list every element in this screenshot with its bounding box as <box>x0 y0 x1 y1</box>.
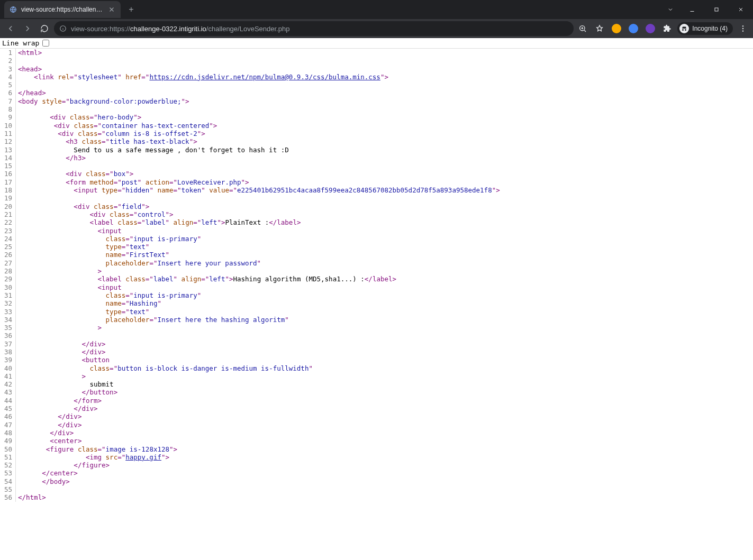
line-number: 3 <box>0 65 16 73</box>
bookmark-icon[interactable] <box>593 22 606 35</box>
maximize-button[interactable] <box>704 0 729 19</box>
line-code[interactable]: </body> <box>16 478 753 485</box>
back-button[interactable] <box>3 21 18 36</box>
line-code[interactable]: placeholder="Insert here the hashing alg… <box>16 316 753 324</box>
line-code[interactable]: <input type="hidden" name="token" value=… <box>16 186 753 194</box>
reload-button[interactable] <box>37 21 52 36</box>
line-number: 4 <box>0 73 16 81</box>
line-code[interactable]: <figure class="image is-128x128"> <box>16 445 753 453</box>
line-code[interactable] <box>16 485 753 493</box>
line-code[interactable]: <form method="post" action="LoveReceiver… <box>16 178 753 186</box>
line-code[interactable]: > <box>16 324 753 332</box>
line-code[interactable]: submit <box>16 380 753 388</box>
line-number: 47 <box>0 421 16 429</box>
titlebar: view-source:https://challenge-03 + <box>0 0 753 19</box>
address-bar[interactable]: view-source:https://challenge-0322.intig… <box>54 21 574 36</box>
line-code[interactable]: </form> <box>16 397 753 405</box>
line-code[interactable]: </figure> <box>16 461 753 469</box>
line-code[interactable]: <h3 class="title has-text-black"> <box>16 137 753 145</box>
line-code[interactable]: <label class="label" align="left">Hashin… <box>16 275 753 283</box>
line-code[interactable] <box>16 57 753 65</box>
line-code[interactable]: </div> <box>16 405 753 412</box>
line-code[interactable]: placeholder="Insert here your password" <box>16 259 753 267</box>
line-code[interactable]: <html> <box>16 49 753 57</box>
line-code[interactable]: <div class="column is-8 is-offset-2"> <box>16 130 753 137</box>
line-code[interactable]: </button> <box>16 388 753 396</box>
line-code[interactable]: </div> <box>16 412 753 420</box>
line-code[interactable]: > <box>16 267 753 275</box>
source-line: 51 <img src="happy.gif"> <box>0 453 753 461</box>
close-window-button[interactable] <box>729 0 753 19</box>
extension-shield-icon[interactable] <box>643 22 657 35</box>
extension-globe-icon[interactable] <box>627 22 640 35</box>
menu-icon[interactable] <box>736 22 750 35</box>
line-wrap-checkbox[interactable] <box>42 40 49 47</box>
line-code[interactable] <box>16 194 753 202</box>
minimize-button[interactable] <box>680 0 704 19</box>
line-code[interactable]: </div> <box>16 340 753 348</box>
line-code[interactable]: </html> <box>16 493 753 501</box>
line-code[interactable] <box>16 105 753 113</box>
extensions-puzzle-icon[interactable] <box>660 22 674 35</box>
line-number: 24 <box>0 235 16 243</box>
line-code[interactable]: <input <box>16 283 753 291</box>
line-code[interactable]: </div> <box>16 421 753 429</box>
source-line: 29 <label class="label" align="left">Has… <box>0 275 753 283</box>
tab-search-button[interactable] <box>661 0 680 19</box>
line-code[interactable]: name="FirstText" <box>16 251 753 259</box>
browser-tab[interactable]: view-source:https://challenge-03 <box>4 1 121 18</box>
line-code[interactable]: class="button is-block is-danger is-medi… <box>16 364 753 372</box>
line-code[interactable]: <body style="background-color:powderblue… <box>16 97 753 105</box>
source-line: 3<head> <box>0 65 753 73</box>
line-code[interactable]: </center> <box>16 469 753 477</box>
line-number: 33 <box>0 308 16 316</box>
source-line: 17 <form method="post" action="LoveRecei… <box>0 178 753 186</box>
line-code[interactable]: type="text" <box>16 308 753 316</box>
source-line: 42 submit <box>0 380 753 388</box>
line-number: 26 <box>0 251 16 259</box>
source-line: 26 name="FirstText" <box>0 251 753 259</box>
line-number: 55 <box>0 485 16 493</box>
line-code[interactable] <box>16 81 753 89</box>
forward-button[interactable] <box>20 21 35 36</box>
line-code[interactable] <box>16 332 753 339</box>
line-code[interactable]: <head> <box>16 65 753 73</box>
line-code[interactable]: </h3> <box>16 154 753 162</box>
extension-cookie-icon[interactable] <box>610 22 623 35</box>
line-code[interactable]: <div class="box"> <box>16 170 753 178</box>
line-code[interactable]: <button <box>16 356 753 364</box>
line-code[interactable]: <center> <box>16 437 753 445</box>
line-number: 19 <box>0 194 16 202</box>
line-number: 49 <box>0 437 16 445</box>
tab-close-icon[interactable] <box>108 6 115 13</box>
source-line: 24 class="input is-primary" <box>0 235 753 243</box>
line-code[interactable]: <img src="happy.gif"> <box>16 453 753 461</box>
line-code[interactable]: <div class="hero-body"> <box>16 113 753 121</box>
incognito-indicator[interactable]: Incognito (4) <box>677 22 733 35</box>
line-code[interactable]: <label class="label" align="left">PlainT… <box>16 218 753 226</box>
line-code[interactable]: type="text" <box>16 243 753 251</box>
line-code[interactable]: </div> <box>16 348 753 356</box>
line-code[interactable]: </head> <box>16 89 753 97</box>
site-info-icon[interactable] <box>59 25 67 32</box>
line-code[interactable]: > <box>16 372 753 380</box>
line-number: 42 <box>0 380 16 388</box>
line-code[interactable]: </div> <box>16 429 753 437</box>
line-code[interactable]: <input <box>16 227 753 235</box>
line-number: 1 <box>0 49 16 57</box>
line-code[interactable]: <div class="control"> <box>16 210 753 218</box>
line-code[interactable]: Send to us a safe message , don't forget… <box>16 146 753 154</box>
line-code[interactable] <box>16 162 753 170</box>
line-code[interactable]: <link rel="stylesheet" href="https://cdn… <box>16 73 753 81</box>
incognito-icon <box>679 24 689 33</box>
new-tab-button[interactable]: + <box>124 2 139 17</box>
line-code[interactable]: class="input is-primary" <box>16 235 753 243</box>
source-line: 47 </div> <box>0 421 753 429</box>
line-code[interactable]: name="Hashing" <box>16 299 753 307</box>
source-line: 5 <box>0 81 753 89</box>
line-code[interactable]: class="input is-primary" <box>16 291 753 299</box>
zoom-icon[interactable] <box>576 22 589 35</box>
line-code[interactable]: <div class="container has-text-centered"… <box>16 122 753 130</box>
source-line: 2 <box>0 57 753 65</box>
line-code[interactable]: <div class="field"> <box>16 203 753 210</box>
